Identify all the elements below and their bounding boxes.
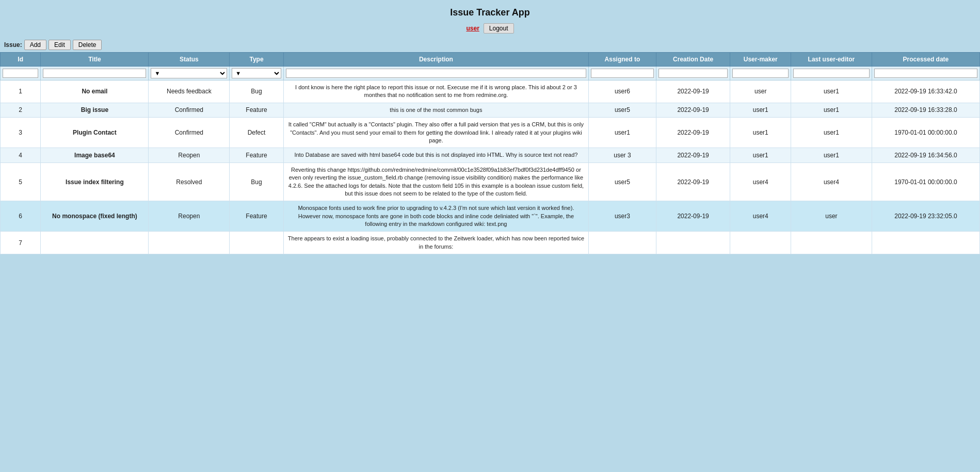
filter-processed-input[interactable]	[874, 69, 977, 78]
table-container: Id Title Status Type Description Assigne…	[0, 52, 980, 254]
filter-title-input[interactable]	[43, 69, 146, 78]
delete-button[interactable]: Delete	[73, 40, 102, 50]
col-assigned: Assigned to	[589, 53, 656, 67]
user-link[interactable]: user	[466, 25, 479, 32]
col-creation-date: Creation Date	[656, 53, 730, 67]
table-row[interactable]: 5Issue index filteringResolvedBugReverti…	[1, 162, 980, 201]
table-body: 1No emailNeeds feedbackBugI dont know is…	[1, 80, 980, 254]
table-row[interactable]: 1No emailNeeds feedbackBugI dont know is…	[1, 80, 980, 103]
filter-id-input[interactable]	[3, 69, 38, 78]
issue-bar: Issue: Add Edit Delete	[0, 38, 980, 52]
col-last-editor: Last user-editor	[791, 53, 872, 67]
filter-title-cell	[41, 67, 149, 80]
filter-usermaker-cell	[730, 67, 791, 80]
col-status: Status	[149, 53, 230, 67]
filter-processed-cell	[872, 67, 979, 80]
filter-id-cell	[1, 67, 41, 80]
issue-label: Issue:	[4, 41, 22, 48]
filter-assigned-input[interactable]	[591, 69, 654, 78]
table-filter-row: ▼ Confirmed Needs feedback Reopen Resolv…	[1, 67, 980, 80]
filter-creation-cell	[656, 67, 730, 80]
table-header-row: Id Title Status Type Description Assigne…	[1, 53, 980, 67]
filter-status-select[interactable]: ▼ Confirmed Needs feedback Reopen Resolv…	[151, 68, 227, 78]
logout-button[interactable]: Logout	[484, 23, 514, 34]
filter-usermaker-input[interactable]	[732, 69, 789, 78]
col-processed-date: Processed date	[872, 53, 979, 67]
filter-status-cell: ▼ Confirmed Needs feedback Reopen Resolv…	[149, 67, 230, 80]
table-row[interactable]: 3Plugin ContactConfirmedDefectIt called …	[1, 118, 980, 148]
col-user-maker: User-maker	[730, 53, 791, 67]
user-bar: user Logout	[0, 20, 980, 38]
issues-table: Id Title Status Type Description Assigne…	[0, 52, 980, 254]
table-row[interactable]: 2Big issueConfirmedFeaturethis is one of…	[1, 103, 980, 117]
filter-assigned-cell	[589, 67, 656, 80]
table-row[interactable]: 4Image base64ReopenFeatureInto Database …	[1, 148, 980, 162]
filter-desc-cell	[283, 67, 588, 80]
add-button[interactable]: Add	[24, 40, 46, 50]
app-title: Issue Tracker App	[0, 7, 980, 18]
edit-button[interactable]: Edit	[49, 40, 71, 50]
col-id: Id	[1, 53, 41, 67]
col-title: Title	[41, 53, 149, 67]
table-row[interactable]: 7There appears to exist a loading issue,…	[1, 232, 980, 254]
filter-type-cell: ▼ Bug Feature Defect	[230, 67, 284, 80]
filter-lasteditor-input[interactable]	[793, 69, 870, 78]
filter-lasteditor-cell	[791, 67, 872, 80]
filter-type-select[interactable]: ▼ Bug Feature Defect	[232, 68, 281, 78]
col-type: Type	[230, 53, 284, 67]
filter-creation-input[interactable]	[658, 69, 728, 78]
table-row[interactable]: 6No monospace (fixed length)ReopenFeatur…	[1, 201, 980, 232]
col-description: Description	[283, 53, 588, 67]
filter-desc-input[interactable]	[286, 69, 586, 78]
app-header: Issue Tracker App	[0, 0, 980, 20]
